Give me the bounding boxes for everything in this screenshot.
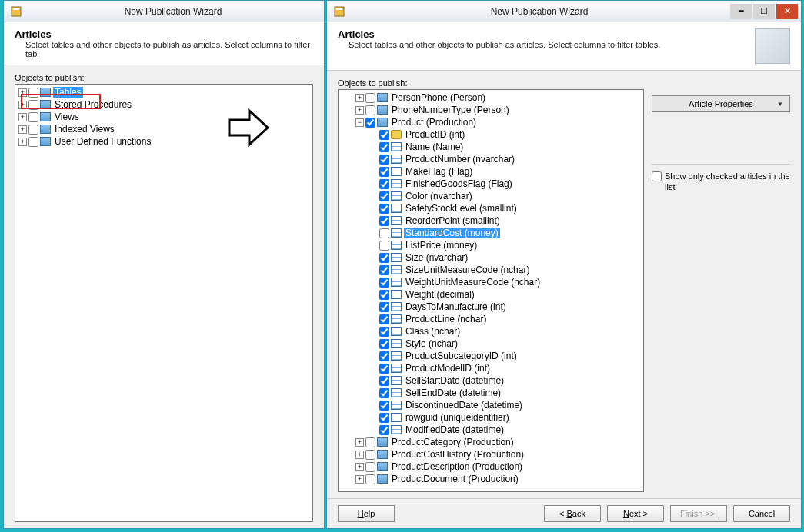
node-checkbox[interactable] bbox=[28, 88, 38, 98]
node-label[interactable]: SellStartDate (datetime) bbox=[404, 375, 505, 386]
back-button[interactable]: < Back bbox=[544, 505, 601, 522]
node-label[interactable]: Product (Production) bbox=[390, 117, 478, 128]
node-label[interactable]: DiscontinuedDate (datetime) bbox=[404, 400, 524, 411]
tree-node[interactable]: +Tables bbox=[15, 86, 312, 98]
tree-node[interactable]: ProductLine (nchar) bbox=[339, 313, 643, 325]
node-checkbox[interactable] bbox=[379, 339, 389, 349]
tree-node[interactable]: SafetyStockLevel (smallint) bbox=[339, 202, 643, 214]
objects-tree[interactable]: +PersonPhone (Person)+PhoneNumberType (P… bbox=[338, 89, 644, 492]
tree-node[interactable]: ReorderPoint (smallint) bbox=[339, 214, 643, 227]
node-checkbox[interactable] bbox=[365, 105, 375, 115]
node-label[interactable]: Class (nchar) bbox=[404, 326, 462, 337]
node-label[interactable]: ProductLine (nchar) bbox=[404, 314, 488, 324]
node-label[interactable]: Color (nvarchar) bbox=[404, 191, 474, 201]
titlebar[interactable]: New Publication Wizard bbox=[4, 1, 324, 22]
tree-node[interactable]: ProductID (int) bbox=[339, 128, 643, 141]
tree-node[interactable]: −Product (Production) bbox=[339, 116, 643, 128]
show-only-checked-input[interactable] bbox=[652, 171, 662, 181]
tree-node[interactable]: DaysToManufacture (int) bbox=[339, 301, 643, 313]
tree-node[interactable]: DiscontinuedDate (datetime) bbox=[339, 399, 643, 411]
titlebar[interactable]: New Publication Wizard ━ ☐ ✕ bbox=[327, 1, 801, 22]
node-checkbox[interactable] bbox=[28, 125, 38, 135]
node-checkbox[interactable] bbox=[28, 112, 38, 122]
node-checkbox[interactable] bbox=[379, 130, 389, 140]
article-properties-button[interactable]: Article Properties ▼ bbox=[652, 95, 790, 112]
maximize-button[interactable]: ☐ bbox=[753, 4, 775, 19]
expand-icon[interactable]: + bbox=[18, 113, 27, 121]
node-label[interactable]: Style (nchar) bbox=[404, 338, 459, 349]
node-label[interactable]: SizeUnitMeasureCode (nchar) bbox=[404, 264, 531, 275]
node-label[interactable]: PhoneNumberType (Person) bbox=[390, 105, 511, 115]
tree-node[interactable]: MakeFlag (Flag) bbox=[339, 165, 643, 178]
node-checkbox[interactable] bbox=[379, 376, 389, 386]
node-checkbox[interactable] bbox=[379, 302, 389, 312]
node-checkbox[interactable] bbox=[379, 216, 389, 226]
collapse-icon[interactable]: − bbox=[355, 118, 364, 127]
node-checkbox[interactable] bbox=[379, 204, 389, 214]
node-label[interactable]: User Defined Functions bbox=[53, 136, 152, 147]
tree-node[interactable]: WeightUnitMeasureCode (nchar) bbox=[339, 276, 643, 288]
node-checkbox[interactable] bbox=[379, 167, 389, 177]
expand-icon[interactable]: + bbox=[355, 475, 364, 484]
expand-icon[interactable]: + bbox=[355, 463, 364, 471]
node-label[interactable]: ProductSubcategoryID (int) bbox=[404, 351, 519, 361]
tree-node[interactable]: +PhoneNumberType (Person) bbox=[339, 104, 643, 116]
tree-node[interactable]: ProductNumber (nvarchar) bbox=[339, 153, 643, 165]
tree-node[interactable]: Size (nvarchar) bbox=[339, 251, 643, 264]
next-button[interactable]: Next > bbox=[607, 505, 664, 522]
tree-node[interactable]: SellEndDate (datetime) bbox=[339, 387, 643, 399]
node-checkbox[interactable] bbox=[379, 290, 389, 300]
tree-node[interactable]: ListPrice (money) bbox=[339, 239, 643, 251]
node-checkbox[interactable] bbox=[379, 314, 389, 324]
node-label[interactable]: ReorderPoint (smallint) bbox=[404, 215, 502, 226]
node-checkbox[interactable] bbox=[28, 100, 38, 110]
expand-icon[interactable]: + bbox=[18, 138, 27, 146]
node-label[interactable]: rowguid (uniqueidentifier) bbox=[404, 412, 511, 423]
node-checkbox[interactable] bbox=[379, 413, 389, 423]
tree-node[interactable]: +ProductDescription (Production) bbox=[339, 461, 643, 473]
expand-icon[interactable]: + bbox=[355, 94, 364, 102]
tree-node[interactable]: FinishedGoodsFlag (Flag) bbox=[339, 178, 643, 190]
node-checkbox[interactable] bbox=[365, 93, 375, 103]
node-label[interactable]: Stored Procedures bbox=[53, 99, 133, 110]
tree-node[interactable]: Style (nchar) bbox=[339, 337, 643, 350]
node-checkbox[interactable] bbox=[379, 142, 389, 152]
tree-node[interactable]: Name (Name) bbox=[339, 141, 643, 153]
node-label[interactable]: SafetyStockLevel (smallint) bbox=[404, 203, 519, 214]
node-checkbox[interactable] bbox=[379, 425, 389, 435]
tree-node[interactable]: +ProductCostHistory (Production) bbox=[339, 448, 643, 461]
node-label[interactable]: Name (Name) bbox=[404, 141, 465, 152]
expand-icon[interactable]: + bbox=[18, 125, 27, 134]
node-label[interactable]: ProductCostHistory (Production) bbox=[390, 449, 525, 460]
expand-icon[interactable]: + bbox=[355, 451, 364, 459]
node-checkbox[interactable] bbox=[379, 228, 389, 238]
node-label[interactable]: Views bbox=[53, 111, 81, 122]
node-checkbox[interactable] bbox=[379, 253, 389, 263]
tree-node[interactable]: ModifiedDate (datetime) bbox=[339, 424, 643, 436]
close-button[interactable]: ✕ bbox=[776, 4, 798, 19]
node-label[interactable]: ModifiedDate (datetime) bbox=[404, 424, 505, 435]
node-checkbox[interactable] bbox=[28, 137, 38, 147]
node-label[interactable]: Indexed Views bbox=[53, 124, 116, 135]
node-label[interactable]: DaysToManufacture (int) bbox=[404, 301, 508, 312]
tree-node[interactable]: ProductSubcategoryID (int) bbox=[339, 350, 643, 362]
tree-node[interactable]: Class (nchar) bbox=[339, 325, 643, 337]
expand-icon[interactable]: + bbox=[18, 101, 27, 109]
node-label[interactable]: ProductModelID (int) bbox=[404, 363, 492, 374]
node-label[interactable]: Tables bbox=[53, 87, 83, 98]
tree-node[interactable]: rowguid (uniqueidentifier) bbox=[339, 411, 643, 424]
tree-node[interactable]: SizeUnitMeasureCode (nchar) bbox=[339, 264, 643, 276]
tree-node[interactable]: ProductModelID (int) bbox=[339, 362, 643, 374]
show-only-checked-checkbox[interactable]: Show only checked articles in the list bbox=[652, 171, 790, 192]
node-checkbox[interactable] bbox=[379, 401, 389, 411]
expand-icon[interactable]: + bbox=[18, 88, 27, 97]
node-checkbox[interactable] bbox=[365, 437, 375, 447]
node-checkbox[interactable] bbox=[379, 364, 389, 374]
node-label[interactable]: ProductDocument (Production) bbox=[390, 474, 520, 484]
node-checkbox[interactable] bbox=[365, 118, 375, 128]
cancel-button[interactable]: Cancel bbox=[733, 505, 790, 522]
node-label[interactable]: PersonPhone (Person) bbox=[390, 92, 487, 103]
node-label[interactable]: ProductID (int) bbox=[404, 129, 466, 140]
tree-node[interactable]: +PersonPhone (Person) bbox=[339, 91, 643, 104]
tree-node[interactable]: Color (nvarchar) bbox=[339, 190, 643, 202]
